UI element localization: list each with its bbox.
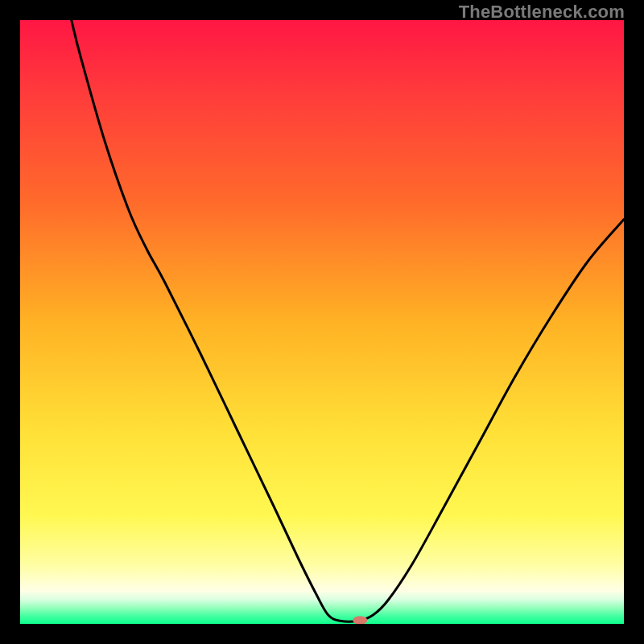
gradient-background: [20, 20, 624, 624]
chart-plot-area: [20, 20, 624, 624]
bottleneck-chart: [20, 20, 624, 624]
chart-frame: TheBottleneck.com: [0, 0, 644, 644]
